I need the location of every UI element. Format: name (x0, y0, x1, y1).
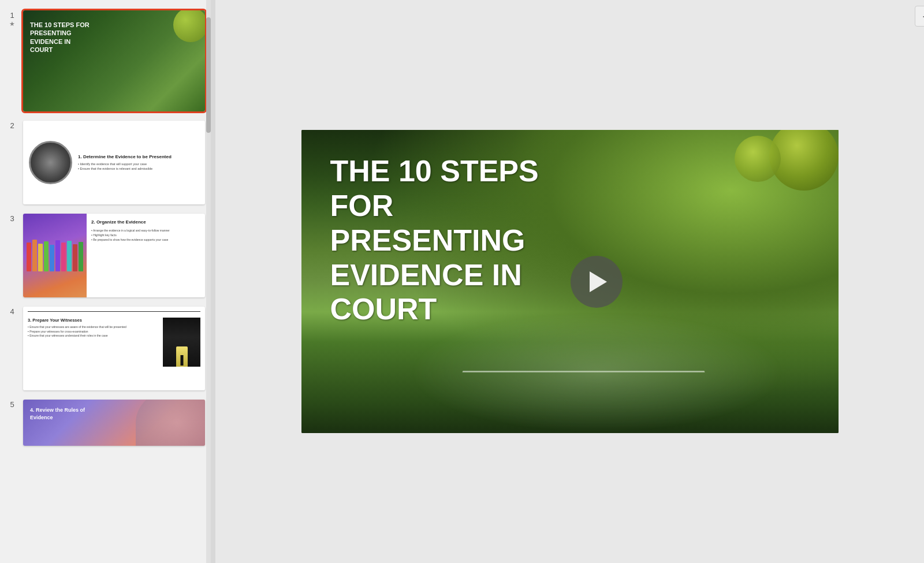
slide-item-3[interactable]: 3 (0, 209, 211, 302)
slide-thumbnail-5[interactable]: 4. Review the Rules of Evidence (23, 400, 205, 446)
slide-4-figure (180, 355, 183, 366)
slide-1-ball-decoration (173, 10, 205, 42)
video-title-line5: COURT (330, 292, 437, 326)
slide-2-circle-image (29, 141, 72, 184)
slide-3-bullet-2: Highlight key facts (91, 233, 200, 237)
slide-thumbnail-3[interactable]: 2. Organize the Evidence Arrange the evi… (23, 214, 205, 297)
play-icon (590, 271, 607, 292)
slide-item-2[interactable]: 2 1. Determine the Evidence to be Presen… (0, 116, 211, 209)
slide-item-1[interactable]: 1 ★ THE 10 STEPS FOR PRESENTING EVIDENCE… (0, 6, 211, 116)
slide-5-hand-decoration (136, 400, 205, 446)
slide-4-preview: 3. Prepare Your Witnesses • Ensure that … (23, 307, 205, 390)
star-icon-1: ★ (9, 20, 15, 28)
sidebar-scrollbar[interactable] (206, 0, 211, 563)
slide-3-preview: 2. Organize the Evidence Arrange the evi… (23, 214, 205, 297)
video-title-line3: PRESENTING (330, 223, 526, 257)
collapse-sidebar-button[interactable]: ◄ (915, 6, 924, 27)
slide-number-3: 3 (10, 215, 14, 222)
slide-3-bullet-1: Arrange the evidence in a logical and ea… (91, 228, 200, 233)
slide-thumbnail-2[interactable]: 1. Determine the Evidence to be Presente… (23, 121, 205, 204)
slide-4-title: 3. Prepare Your Witnesses (28, 318, 158, 323)
slide-number-5: 5 (10, 401, 14, 408)
slide-3-bullet-3: Be prepared to show how the evidence sup… (91, 237, 200, 242)
play-button[interactable] (571, 256, 623, 308)
slide-4-text-area: 3. Prepare Your Witnesses • Ensure that … (28, 318, 158, 367)
slide-4-bullets: • Ensure that your witnesses are aware o… (28, 325, 158, 338)
video-title-line4: EVIDENCE IN (330, 258, 522, 292)
slide-5-title: 4. Review the Rules of Evidence (30, 407, 88, 421)
slide-thumbnail-1[interactable]: THE 10 STEPS FOR PRESENTING EVIDENCE IN … (23, 10, 205, 111)
slide-number-4: 4 (10, 308, 14, 315)
video-title-text: THE 10 STEPS FOR PRESENTING EVIDENCE IN … (330, 154, 539, 327)
slide-3-image-area (23, 214, 87, 297)
slide-number-area-1: 1 ★ (6, 10, 18, 28)
slide-1-preview: THE 10 STEPS FOR PRESENTING EVIDENCE IN … (23, 10, 205, 111)
main-content-area: THE 10 STEPS FOR PRESENTING EVIDENCE IN … (215, 0, 924, 563)
slide-3-binders (24, 235, 85, 276)
slide-item-4[interactable]: 4 3. Prepare Your Witnesses • Ensure tha… (0, 302, 211, 395)
scrollbar-thumb[interactable] (206, 17, 211, 133)
slide-number-area-2: 2 (6, 121, 18, 129)
slide-2-preview: 1. Determine the Evidence to be Presente… (23, 121, 205, 204)
video-player[interactable]: THE 10 STEPS FOR PRESENTING EVIDENCE IN … (301, 130, 839, 433)
panel-divider (211, 0, 215, 563)
slide-2-title: 1. Determine the Evidence to be Presente… (78, 154, 199, 159)
slide-1-title-text: THE 10 STEPS FOR PRESENTING EVIDENCE IN … (30, 21, 94, 54)
slide-item-5[interactable]: 5 4. Review the Rules of Evidence (0, 395, 211, 450)
collapse-button-area: ◄ (915, 6, 924, 27)
video-surface-light (409, 312, 785, 433)
slide-number-area-3: 3 (6, 214, 18, 222)
slide-3-title: 2. Organize the Evidence (91, 219, 200, 225)
slide-3-bullets: Arrange the evidence in a logical and ea… (91, 228, 200, 242)
slide-4-layout: 3. Prepare Your Witnesses • Ensure that … (28, 318, 200, 367)
slide-4-image (163, 318, 200, 367)
slides-list: 1 ★ THE 10 STEPS FOR PRESENTING EVIDENCE… (0, 0, 211, 563)
slide-2-bullets: • Identify the evidence that will suppor… (78, 162, 199, 171)
slide-2-content: 1. Determine the Evidence to be Presente… (78, 154, 199, 171)
video-ball-2 (735, 136, 781, 182)
slide-5-preview: 4. Review the Rules of Evidence (23, 400, 205, 446)
slide-number-1: 1 (10, 12, 14, 19)
slide-number-area-5: 5 (6, 400, 18, 408)
slides-panel: 1 ★ THE 10 STEPS FOR PRESENTING EVIDENCE… (0, 0, 211, 563)
slide-thumbnail-4[interactable]: 3. Prepare Your Witnesses • Ensure that … (23, 307, 205, 390)
video-title-line2: FOR (330, 189, 394, 222)
slide-number-area-4: 4 (6, 307, 18, 315)
slide-3-content: 2. Organize the Evidence Arrange the evi… (87, 214, 205, 297)
slide-number-2: 2 (10, 122, 14, 129)
slide-4-top-border (28, 311, 200, 314)
video-title-line1: THE 10 STEPS (330, 154, 539, 188)
